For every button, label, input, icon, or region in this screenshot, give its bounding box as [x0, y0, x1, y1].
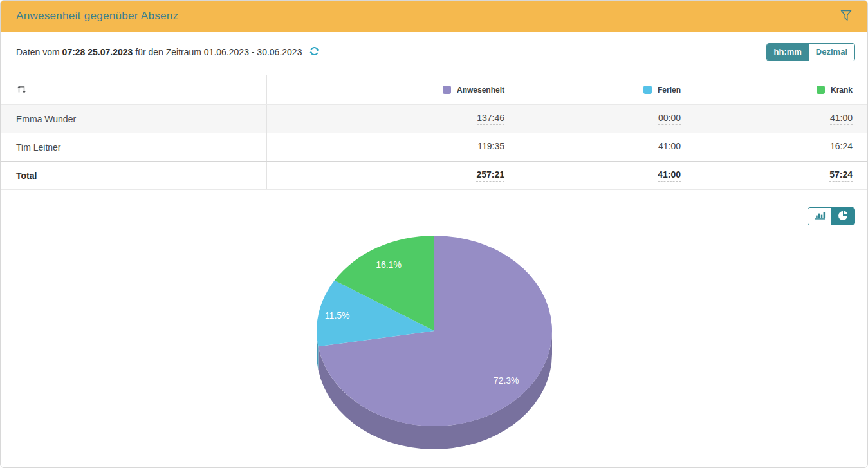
widget-card: Anwesenheit gegenüber Absenz Daten vom 0… — [0, 0, 868, 468]
unit-toggle: hh:mm Dezimal — [766, 43, 855, 61]
krank-value[interactable]: 16:24 — [830, 142, 853, 153]
pie-slice-label: 16.1% — [376, 259, 402, 270]
table-header-row: Anwesenheit Ferien Krank — [1, 75, 867, 105]
info-text: Daten vom 07:28 25.07.2023 für den Zeitr… — [16, 47, 302, 57]
period-range: 01.06.2023 - 30.06.2023 — [204, 47, 302, 57]
pie-slice-label: 11.5% — [324, 310, 349, 321]
ferien-value[interactable]: 00:00 — [658, 113, 681, 125]
krank-value[interactable]: 41:00 — [830, 113, 853, 125]
filter-icon — [838, 8, 854, 25]
chart-type-toggle — [808, 207, 855, 225]
pie-chart-icon — [838, 211, 848, 223]
chart-controls — [1, 207, 867, 225]
total-krank-value[interactable]: 57:24 — [829, 170, 853, 182]
pie-chart-area: 72.3%11.5%16.1% — [1, 230, 867, 457]
anwesenheit-value[interactable]: 137:46 — [477, 113, 504, 125]
total-ferien-value[interactable]: 41:00 — [658, 170, 681, 182]
refresh-icon — [309, 46, 320, 59]
transpose-icon — [16, 84, 26, 96]
page-title: Anwesenheit gegenüber Absenz — [16, 10, 178, 23]
bar-chart-icon — [814, 211, 826, 222]
table-row: Tim Leitner 119:35 41:00 16:24 — [1, 133, 867, 162]
employee-name: Emma Wunder — [16, 114, 76, 124]
pie-chart-toggle-button[interactable] — [831, 208, 854, 225]
total-anwesenheit-value[interactable]: 257:21 — [476, 170, 504, 182]
unit-toggle-hhmm[interactable]: hh:mm — [767, 44, 809, 61]
refresh-button[interactable] — [309, 46, 320, 59]
pie-chart: 72.3%11.5%16.1% — [286, 230, 582, 457]
anwesenheit-value[interactable]: 119:35 — [477, 142, 504, 153]
column-header-anwesenheit: Anwesenheit — [443, 86, 504, 95]
column-header-krank: Krank — [817, 86, 853, 95]
filter-button[interactable] — [838, 8, 854, 24]
ferien-color-swatch — [643, 86, 652, 94]
total-label: Total — [16, 171, 37, 181]
widget-header: Anwesenheit gegenüber Absenz — [1, 1, 867, 32]
table-row: Emma Wunder 137:46 00:00 41:00 — [1, 105, 867, 133]
bar-chart-toggle-button[interactable] — [808, 208, 831, 225]
generated-at: 07:28 25.07.2023 — [62, 47, 133, 57]
employee-name: Tim Leitner — [16, 142, 61, 153]
anwesenheit-color-swatch — [443, 86, 451, 94]
unit-toggle-dezimal[interactable]: Dezimal — [809, 44, 854, 61]
column-header-ferien: Ferien — [643, 86, 681, 95]
pie-slice-label: 72.3% — [493, 375, 519, 386]
data-timestamp-line: Daten vom 07:28 25.07.2023 für den Zeitr… — [16, 46, 320, 59]
ferien-value[interactable]: 41:00 — [658, 142, 681, 153]
table-total-row: Total 257:21 41:00 57:24 — [1, 162, 867, 190]
attendance-table: Anwesenheit Ferien Krank Emma Wunder 137… — [1, 75, 867, 190]
krank-color-swatch — [817, 86, 825, 94]
info-bar: Daten vom 07:28 25.07.2023 für den Zeitr… — [1, 32, 867, 61]
transpose-button[interactable] — [16, 84, 26, 96]
